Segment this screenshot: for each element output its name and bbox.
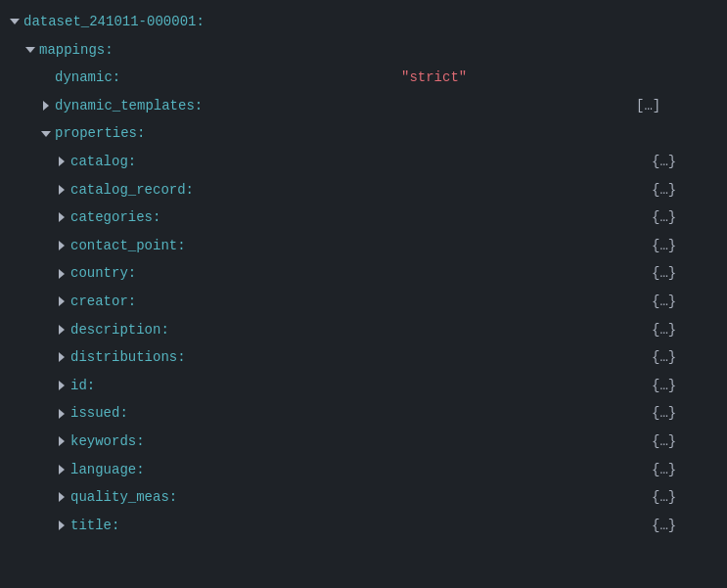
key-quality-meas: quality_meas: bbox=[70, 484, 177, 511]
key-catalog: catalog: bbox=[70, 149, 136, 175]
tree-row-issued[interactable]: issued: {…} bbox=[0, 399, 727, 428]
key-country: country: bbox=[70, 260, 136, 287]
arrow-root[interactable] bbox=[8, 15, 22, 28]
key-dynamic: dynamic: bbox=[55, 65, 120, 91]
arrow-quality-meas[interactable] bbox=[55, 490, 68, 504]
arrow-title[interactable] bbox=[55, 519, 68, 532]
value-dynamic: "strict" bbox=[401, 69, 467, 85]
key-distributions: distributions: bbox=[70, 344, 186, 371]
key-issued: issued: bbox=[70, 400, 128, 427]
value-country: {…} bbox=[652, 265, 676, 281]
arrow-country[interactable] bbox=[55, 267, 68, 281]
key-properties: properties: bbox=[55, 120, 145, 147]
key-root: dataset_241011-000001: bbox=[23, 9, 204, 35]
key-keywords: keywords: bbox=[70, 429, 145, 455]
key-categories: categories: bbox=[70, 204, 160, 231]
value-creator: {…} bbox=[652, 294, 676, 309]
value-categories: {…} bbox=[652, 209, 676, 225]
tree-row-id[interactable]: id: {…} bbox=[0, 372, 727, 400]
arrow-language[interactable] bbox=[55, 463, 68, 476]
arrow-creator[interactable] bbox=[55, 294, 68, 308]
value-catalog-record: {…} bbox=[652, 182, 676, 198]
arrow-distributions[interactable] bbox=[55, 350, 68, 364]
key-creator: creator: bbox=[70, 289, 136, 315]
tree-row-contact-point[interactable]: contact_point: {…} bbox=[0, 232, 727, 260]
value-contact-point: {…} bbox=[652, 238, 676, 253]
key-title: title: bbox=[70, 513, 119, 539]
value-issued: {…} bbox=[652, 405, 676, 421]
key-id: id: bbox=[70, 373, 95, 399]
arrow-contact-point[interactable] bbox=[55, 239, 68, 252]
key-catalog-record: catalog_record: bbox=[70, 177, 194, 204]
tree-row-categories[interactable]: categories: {…} bbox=[0, 204, 727, 232]
arrow-properties[interactable] bbox=[39, 127, 53, 141]
tree-row-language[interactable]: language: {…} bbox=[0, 456, 727, 484]
value-id: {…} bbox=[652, 378, 676, 393]
value-dynamic-templates: […] bbox=[636, 98, 660, 113]
key-language: language: bbox=[70, 457, 145, 483]
json-tree: dataset_241011-000001: mappings: dynamic… bbox=[0, 0, 727, 547]
arrow-categories[interactable] bbox=[55, 210, 68, 224]
tree-row-dynamic-templates[interactable]: dynamic_templates: […] bbox=[0, 92, 727, 120]
value-catalog: {…} bbox=[652, 154, 676, 169]
arrow-catalog[interactable] bbox=[55, 155, 68, 168]
value-quality-meas: {…} bbox=[652, 489, 676, 505]
arrow-description[interactable] bbox=[55, 323, 68, 337]
value-language: {…} bbox=[652, 462, 676, 477]
tree-row-title[interactable]: title: {…} bbox=[0, 512, 727, 540]
tree-row-quality-meas[interactable]: quality_meas: {…} bbox=[0, 483, 727, 512]
value-description: {…} bbox=[652, 322, 676, 338]
tree-row-catalog-record[interactable]: catalog_record: {…} bbox=[0, 176, 727, 204]
arrow-mappings[interactable] bbox=[23, 43, 37, 57]
tree-row-description[interactable]: description: {…} bbox=[0, 316, 727, 344]
tree-row-dynamic[interactable]: dynamic: "strict" bbox=[0, 64, 727, 92]
tree-row-mappings[interactable]: mappings: bbox=[0, 36, 727, 65]
tree-row-catalog[interactable]: catalog: {…} bbox=[0, 148, 727, 176]
arrow-catalog-record[interactable] bbox=[55, 183, 68, 197]
tree-row-creator[interactable]: creator: {…} bbox=[0, 288, 727, 316]
value-keywords: {…} bbox=[652, 433, 676, 449]
key-description: description: bbox=[70, 317, 169, 343]
tree-row-distributions[interactable]: distributions: {…} bbox=[0, 343, 727, 372]
tree-row-country[interactable]: country: {…} bbox=[0, 259, 727, 288]
arrow-dynamic-templates[interactable] bbox=[39, 99, 53, 113]
arrow-issued[interactable] bbox=[55, 407, 68, 421]
key-dynamic-templates: dynamic_templates: bbox=[55, 93, 203, 119]
key-contact-point: contact_point: bbox=[70, 233, 186, 259]
value-distributions: {…} bbox=[652, 349, 676, 365]
tree-row-keywords[interactable]: keywords: {…} bbox=[0, 428, 727, 456]
arrow-id[interactable] bbox=[55, 379, 68, 392]
tree-row-root[interactable]: dataset_241011-000001: bbox=[0, 8, 727, 36]
arrow-keywords[interactable] bbox=[55, 434, 68, 448]
key-mappings: mappings: bbox=[39, 37, 114, 64]
value-title: {…} bbox=[652, 518, 676, 533]
tree-row-properties[interactable]: properties: bbox=[0, 119, 727, 148]
